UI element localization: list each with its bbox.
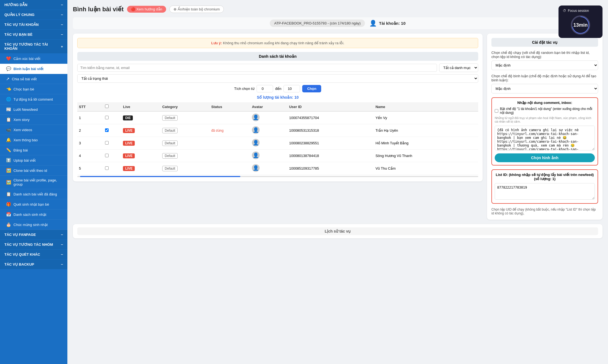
left-panel: Lưu ý: Không thu nhỏ chromium xuống khi …	[73, 34, 483, 181]
row-checkbox[interactable]	[105, 116, 109, 119]
cell-status	[210, 137, 250, 150]
sidebar-section-quan-ly-chung[interactable]: QUẢN LÝ CHUNG −	[0, 10, 67, 20]
cell-userid: 100080238829551	[287, 137, 374, 150]
sidebar-item-quet-sinh-nhat[interactable]: 🎁 Quét sinh nhật bạn bè	[0, 199, 67, 209]
clone-profile-icon: 🖼️	[6, 180, 11, 185]
main-content: Bình luận bài viết 🔴 Xem hướng dẫn ⊕ Ẩn/…	[67, 0, 608, 364]
row-checkbox[interactable]	[105, 128, 109, 132]
cell-avatar: 👤	[250, 162, 288, 175]
cell-status	[210, 162, 250, 175]
comment-mode-label: Chọn chế độ bình luận (chế độ mặc định h…	[491, 74, 598, 82]
comment-textarea[interactable]: {đã có hình ảnh camera ghi lại sự việc n…	[495, 126, 595, 150]
hide-chromium-button[interactable]: ⊕ Ẩn/hiện toàn bộ chromium	[169, 5, 224, 13]
cell-check[interactable]	[103, 162, 121, 175]
cell-status	[210, 111, 250, 124]
table-scrollbar[interactable]	[77, 176, 478, 177]
select-range-button[interactable]: Chọn	[302, 85, 321, 92]
cell-userid: 100085109317785	[287, 162, 374, 175]
page-title: Bình luận bài viết	[73, 6, 124, 13]
cell-userid: 100080138784418	[287, 150, 374, 162]
list-id-textarea[interactable]: 877822217703019	[495, 183, 595, 200]
sidebar-item-chia-se-bai-viet[interactable]: ↗ Chia sẻ bài viết	[0, 74, 67, 84]
range-from-input[interactable]	[257, 85, 273, 92]
sidebar-item-xem-videos[interactable]: 📹 Xem videos	[0, 125, 67, 135]
cell-category: Default	[161, 111, 210, 124]
clone-id-icon: 🖼️	[6, 168, 11, 173]
cell-category: Default	[161, 124, 210, 137]
choose-image-button[interactable]: Chọn hình ảnh	[495, 153, 595, 162]
cell-avatar: 👤	[250, 111, 288, 124]
sidebar-item-xem-thong-bao[interactable]: 🔔 Xem thông báo	[0, 135, 67, 145]
checkbox-row: Bật chế độ "1 tài khoản/1 nội dung" (ent…	[495, 107, 595, 115]
mode-label: Chọn chế độ chạy (với chế độ random bạn …	[491, 51, 598, 59]
sidebar-section-tac-vu-fanpage[interactable]: TÁC VỤ FANPAGE −	[0, 230, 67, 240]
sidebar-item-chuc-mung-sinh-nhat[interactable]: 🎂 Chúc mừng sinh nhật	[0, 220, 67, 230]
one-account-one-content-checkbox[interactable]	[495, 109, 498, 113]
col-stt: STT	[77, 102, 103, 111]
account-table: STT Live Category Status Avatar User ID …	[77, 102, 478, 175]
sidebar-item-luot-newsfeed[interactable]: 📰 Lướt Newsfeed	[0, 104, 67, 115]
col-status: Status	[210, 102, 250, 111]
account-bar: ATP-FACEBOOK_PRO-5155793 - (còn 174/180 …	[73, 17, 603, 29]
sidebar-item-clone-bai-viet-theo-id[interactable]: 🖼️ Clone bài viết theo id	[0, 166, 67, 176]
row-checkbox[interactable]	[105, 166, 109, 170]
sidebar-item-clone-bai-viet-profile[interactable]: 🖼️ Clone bài viết profile, page, group	[0, 176, 67, 189]
sidebar-section-huong-dan[interactable]: HƯỚNG DẪN −	[0, 0, 67, 10]
newsfeed-icon: 📰	[6, 107, 11, 112]
avatar: 👤	[252, 164, 260, 172]
col-name: Name	[374, 102, 478, 111]
live-badge-die: DIE	[123, 115, 133, 120]
gift-icon: 🎁	[6, 202, 11, 207]
sidebar-section-tac-vu-tuong-tac[interactable]: TÁC VỤ TƯƠNG TÁC TÀI KHOẢN +	[0, 40, 67, 54]
sidebar-section-tac-vu-backup[interactable]: TÁC VỤ BACKUP −	[0, 260, 67, 269]
table-row: 3 LIVE Default 👤 100080238829551 Hồ Minh…	[77, 137, 478, 150]
category-badge: Default	[162, 115, 178, 121]
cell-check[interactable]	[103, 150, 121, 162]
row-checkbox[interactable]	[105, 154, 109, 157]
sidebar-item-cam-xuc-bai-viet[interactable]: ❤️ Cảm xúc bài viết	[0, 54, 67, 64]
cell-stt: 2	[77, 124, 103, 137]
cell-userid: 100080531315318	[287, 124, 374, 137]
comment-mode-select[interactable]: Mặc định	[491, 84, 598, 93]
avatar: 👤	[252, 139, 260, 147]
filter-row-1: Tất cả danh mục	[77, 64, 478, 72]
sidebar-item-choc-ban-be[interactable]: 👈 Chọc bạn bè	[0, 84, 67, 94]
account-table-scroll[interactable]: STT Live Category Status Avatar User ID …	[77, 102, 478, 175]
cell-check[interactable]	[103, 124, 121, 137]
circle-icon: 🔴	[131, 7, 135, 11]
col-live: Live	[121, 102, 161, 111]
cell-live: LIVE	[121, 124, 161, 137]
story-icon: 📋	[6, 117, 11, 122]
category-badge: Default	[162, 166, 178, 171]
sidebar-item-uptop-bai-viet[interactable]: ⬆️ Uptop bài viết	[0, 155, 67, 166]
heart-icon: ❤️	[6, 56, 11, 61]
avatar: 👤	[252, 114, 260, 121]
sidebar-item-tu-dong-tra-loi[interactable]: 🌐 Tự động trả lời comment	[0, 94, 67, 104]
bottom-note: Chọn tệp UID để chạy (không bắt buộc, nế…	[491, 208, 598, 215]
row-checkbox[interactable]	[105, 141, 109, 145]
mode-select[interactable]: Mặc định	[491, 60, 598, 70]
sidebar-item-danh-sach-bai-viet[interactable]: 📋 Danh sách bài viết đã đăng	[0, 189, 67, 199]
select-all-checkbox[interactable]	[105, 104, 109, 108]
category-select[interactable]: Tất cả danh mục	[439, 64, 478, 72]
focus-header: ⏱ Focus session	[563, 9, 598, 13]
category-badge: Default	[162, 128, 178, 133]
account-info: ATP-FACEBOOK_PRO-5155793 - (còn 174/180 …	[270, 20, 365, 27]
avatar: 👤	[252, 126, 260, 134]
cell-check[interactable]	[103, 111, 121, 124]
focus-icon: ⏱	[563, 9, 566, 13]
sidebar-item-dang-bai[interactable]: ✏️ Đăng bài	[0, 145, 67, 155]
sidebar-section-tac-vu-nhom[interactable]: TÁC VỤ TƯƠNG TÁC NHÓM −	[0, 240, 67, 250]
sidebar-section-tac-vu-quet-khac[interactable]: TÁC VỤ QUÉT KHÁC −	[0, 250, 67, 260]
cell-check[interactable]	[103, 137, 121, 150]
sidebar-item-binh-luan-bai-viet[interactable]: 💬 Bình luận bài viết	[0, 64, 67, 74]
sidebar-section-tac-vu-tai-khoan[interactable]: TÁC VỤ TÀI KHOẢN −	[0, 20, 67, 30]
sidebar-section-tac-vu-ban-be[interactable]: TÁC VỤ BẠN BÈ −	[0, 30, 67, 40]
sidebar-item-danh-sach-sinh-nhat[interactable]: 📅 Danh sách sinh nhật	[0, 209, 67, 220]
status-select[interactable]: Tất cả trạng thái	[77, 74, 478, 83]
range-to-input[interactable]	[284, 85, 300, 92]
sidebar-item-xem-story[interactable]: 📋 Xem story	[0, 115, 67, 125]
cell-stt: 5	[77, 162, 103, 175]
guide-button[interactable]: 🔴 Xem hướng dẫn	[127, 6, 166, 13]
search-input[interactable]	[77, 64, 437, 72]
